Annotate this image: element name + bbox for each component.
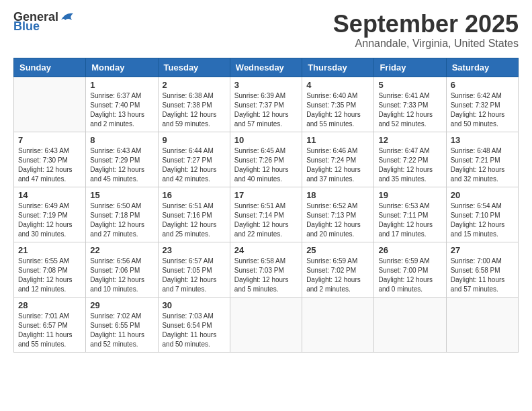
day-info: Sunrise: 6:41 AM Sunset: 7:33 PM Dayligh… bbox=[378, 91, 441, 129]
day-info: Sunrise: 6:40 AM Sunset: 7:35 PM Dayligh… bbox=[306, 91, 369, 129]
day-number: 7 bbox=[18, 135, 81, 145]
calendar-cell: 8Sunrise: 6:43 AM Sunset: 7:29 PM Daylig… bbox=[86, 132, 158, 187]
calendar-cell: 19Sunrise: 6:53 AM Sunset: 7:11 PM Dayli… bbox=[374, 187, 446, 242]
calendar-week-row-4: 21Sunrise: 6:55 AM Sunset: 7:08 PM Dayli… bbox=[14, 242, 519, 297]
day-number: 4 bbox=[306, 80, 369, 90]
calendar-week-row-5: 28Sunrise: 7:01 AM Sunset: 6:57 PM Dayli… bbox=[14, 297, 519, 352]
day-number: 23 bbox=[163, 245, 226, 255]
calendar-cell: 15Sunrise: 6:50 AM Sunset: 7:18 PM Dayli… bbox=[86, 187, 158, 242]
day-info: Sunrise: 6:38 AM Sunset: 7:38 PM Dayligh… bbox=[163, 91, 226, 129]
day-info: Sunrise: 6:42 AM Sunset: 7:32 PM Dayligh… bbox=[451, 91, 514, 129]
calendar-cell: 12Sunrise: 6:47 AM Sunset: 7:22 PM Dayli… bbox=[374, 132, 446, 187]
calendar-cell: 21Sunrise: 6:55 AM Sunset: 7:08 PM Dayli… bbox=[14, 242, 86, 297]
location-title: Annandale, Virginia, United States bbox=[333, 38, 519, 50]
calendar-cell: 30Sunrise: 7:03 AM Sunset: 6:54 PM Dayli… bbox=[158, 297, 230, 352]
calendar-cell bbox=[230, 297, 302, 352]
calendar-header-row: SundayMondayTuesdayWednesdayThursdayFrid… bbox=[14, 58, 519, 77]
calendar-week-row-3: 14Sunrise: 6:49 AM Sunset: 7:19 PM Dayli… bbox=[14, 187, 519, 242]
calendar-header-thursday: Thursday bbox=[302, 58, 374, 77]
calendar-cell: 11Sunrise: 6:46 AM Sunset: 7:24 PM Dayli… bbox=[302, 132, 374, 187]
calendar-cell: 16Sunrise: 6:51 AM Sunset: 7:16 PM Dayli… bbox=[158, 187, 230, 242]
day-number: 1 bbox=[90, 80, 153, 90]
calendar-week-row-2: 7Sunrise: 6:43 AM Sunset: 7:30 PM Daylig… bbox=[14, 132, 519, 187]
title-area: September 2025 Annandale, Virginia, Unit… bbox=[333, 11, 519, 50]
day-number: 30 bbox=[163, 300, 226, 310]
day-number: 8 bbox=[90, 135, 153, 145]
day-number: 6 bbox=[451, 80, 514, 90]
day-number: 18 bbox=[306, 190, 369, 200]
calendar-cell: 5Sunrise: 6:41 AM Sunset: 7:33 PM Daylig… bbox=[374, 77, 446, 132]
day-info: Sunrise: 6:55 AM Sunset: 7:08 PM Dayligh… bbox=[18, 257, 81, 294]
day-number: 17 bbox=[234, 190, 298, 200]
day-info: Sunrise: 6:54 AM Sunset: 7:10 PM Dayligh… bbox=[451, 201, 514, 239]
calendar-header-friday: Friday bbox=[374, 58, 446, 77]
day-info: Sunrise: 7:03 AM Sunset: 6:54 PM Dayligh… bbox=[163, 312, 226, 349]
day-info: Sunrise: 6:44 AM Sunset: 7:27 PM Dayligh… bbox=[163, 146, 226, 184]
day-info: Sunrise: 6:45 AM Sunset: 7:26 PM Dayligh… bbox=[234, 146, 298, 184]
day-info: Sunrise: 6:58 AM Sunset: 7:03 PM Dayligh… bbox=[234, 257, 298, 294]
calendar-cell: 9Sunrise: 6:44 AM Sunset: 7:27 PM Daylig… bbox=[158, 132, 230, 187]
calendar-header-saturday: Saturday bbox=[446, 58, 518, 77]
day-info: Sunrise: 7:01 AM Sunset: 6:57 PM Dayligh… bbox=[18, 312, 81, 349]
calendar-cell: 6Sunrise: 6:42 AM Sunset: 7:32 PM Daylig… bbox=[446, 77, 518, 132]
day-info: Sunrise: 6:52 AM Sunset: 7:13 PM Dayligh… bbox=[306, 201, 369, 239]
day-info: Sunrise: 6:43 AM Sunset: 7:30 PM Dayligh… bbox=[18, 146, 81, 184]
day-info: Sunrise: 6:53 AM Sunset: 7:11 PM Dayligh… bbox=[378, 201, 441, 239]
day-info: Sunrise: 6:51 AM Sunset: 7:14 PM Dayligh… bbox=[234, 201, 298, 239]
day-number: 22 bbox=[90, 245, 153, 255]
day-info: Sunrise: 6:59 AM Sunset: 7:02 PM Dayligh… bbox=[306, 257, 369, 294]
calendar-cell: 29Sunrise: 7:02 AM Sunset: 6:55 PM Dayli… bbox=[86, 297, 158, 352]
day-info: Sunrise: 6:50 AM Sunset: 7:18 PM Dayligh… bbox=[90, 201, 153, 239]
day-number: 26 bbox=[378, 245, 441, 255]
day-info: Sunrise: 6:47 AM Sunset: 7:22 PM Dayligh… bbox=[378, 146, 441, 184]
calendar-cell bbox=[14, 77, 86, 132]
day-info: Sunrise: 7:02 AM Sunset: 6:55 PM Dayligh… bbox=[90, 312, 153, 349]
day-number: 29 bbox=[90, 300, 153, 310]
day-number: 16 bbox=[163, 190, 226, 200]
day-info: Sunrise: 6:57 AM Sunset: 7:05 PM Dayligh… bbox=[163, 257, 226, 294]
day-info: Sunrise: 6:56 AM Sunset: 7:06 PM Dayligh… bbox=[90, 257, 153, 294]
header: General Blue September 2025 Annandale, V… bbox=[13, 11, 519, 50]
calendar-cell: 7Sunrise: 6:43 AM Sunset: 7:30 PM Daylig… bbox=[14, 132, 86, 187]
calendar-cell: 17Sunrise: 6:51 AM Sunset: 7:14 PM Dayli… bbox=[230, 187, 302, 242]
calendar-week-row-1: 1Sunrise: 6:37 AM Sunset: 7:40 PM Daylig… bbox=[14, 77, 519, 132]
day-number: 3 bbox=[234, 80, 298, 90]
day-number: 2 bbox=[163, 80, 226, 90]
calendar-cell: 1Sunrise: 6:37 AM Sunset: 7:40 PM Daylig… bbox=[86, 77, 158, 132]
day-number: 13 bbox=[451, 135, 514, 145]
day-info: Sunrise: 6:43 AM Sunset: 7:29 PM Dayligh… bbox=[90, 146, 153, 184]
logo-bird-icon bbox=[60, 11, 75, 23]
day-info: Sunrise: 6:48 AM Sunset: 7:21 PM Dayligh… bbox=[451, 146, 514, 184]
logo-blue: Blue bbox=[13, 20, 40, 32]
calendar-cell bbox=[302, 297, 374, 352]
calendar-cell: 10Sunrise: 6:45 AM Sunset: 7:26 PM Dayli… bbox=[230, 132, 302, 187]
calendar-cell: 13Sunrise: 6:48 AM Sunset: 7:21 PM Dayli… bbox=[446, 132, 518, 187]
day-number: 10 bbox=[234, 135, 298, 145]
calendar-cell: 26Sunrise: 6:59 AM Sunset: 7:00 PM Dayli… bbox=[374, 242, 446, 297]
day-info: Sunrise: 6:49 AM Sunset: 7:19 PM Dayligh… bbox=[18, 201, 81, 239]
calendar-cell: 20Sunrise: 6:54 AM Sunset: 7:10 PM Dayli… bbox=[446, 187, 518, 242]
month-title: September 2025 bbox=[333, 11, 519, 38]
calendar-cell: 28Sunrise: 7:01 AM Sunset: 6:57 PM Dayli… bbox=[14, 297, 86, 352]
day-number: 27 bbox=[451, 245, 514, 255]
day-info: Sunrise: 6:37 AM Sunset: 7:40 PM Dayligh… bbox=[90, 91, 153, 129]
calendar-cell: 22Sunrise: 6:56 AM Sunset: 7:06 PM Dayli… bbox=[86, 242, 158, 297]
day-number: 28 bbox=[18, 300, 81, 310]
calendar-cell: 24Sunrise: 6:58 AM Sunset: 7:03 PM Dayli… bbox=[230, 242, 302, 297]
calendar-cell: 27Sunrise: 7:00 AM Sunset: 6:58 PM Dayli… bbox=[446, 242, 518, 297]
calendar-cell bbox=[446, 297, 518, 352]
day-number: 9 bbox=[163, 135, 226, 145]
calendar-cell: 14Sunrise: 6:49 AM Sunset: 7:19 PM Dayli… bbox=[14, 187, 86, 242]
day-number: 5 bbox=[378, 80, 441, 90]
calendar-cell: 2Sunrise: 6:38 AM Sunset: 7:38 PM Daylig… bbox=[158, 77, 230, 132]
calendar-header-tuesday: Tuesday bbox=[158, 58, 230, 77]
day-number: 14 bbox=[18, 190, 81, 200]
day-number: 15 bbox=[90, 190, 153, 200]
calendar-cell: 18Sunrise: 6:52 AM Sunset: 7:13 PM Dayli… bbox=[302, 187, 374, 242]
day-number: 20 bbox=[451, 190, 514, 200]
day-number: 19 bbox=[378, 190, 441, 200]
day-number: 24 bbox=[234, 245, 298, 255]
calendar-header-monday: Monday bbox=[86, 58, 158, 77]
day-info: Sunrise: 7:00 AM Sunset: 6:58 PM Dayligh… bbox=[451, 257, 514, 294]
calendar-cell bbox=[374, 297, 446, 352]
